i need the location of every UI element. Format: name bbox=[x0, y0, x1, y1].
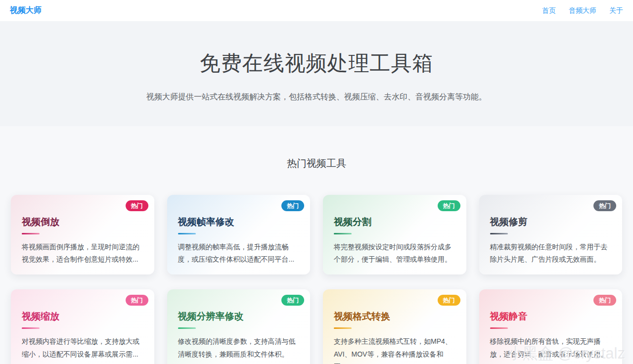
tool-description: 精准裁剪视频的任意时间段，常用于去除片头片尾、广告片段或无效画面。 bbox=[490, 241, 612, 266]
tool-title: 视频分辨率修改 bbox=[178, 310, 300, 323]
hot-badge: 热门 bbox=[593, 295, 616, 306]
hot-badge: 热门 bbox=[438, 200, 460, 211]
tool-title: 视频帧率修改 bbox=[178, 216, 300, 228]
hot-badge: 热门 bbox=[593, 200, 616, 211]
page-subtitle: 视频大师提供一站式在线视频解决方案，包括格式转换、视频压缩、去水印、音视频分离等… bbox=[10, 92, 623, 102]
tool-description: 修改视频的清晰度参数，支持高清与低清晰度转换，兼顾画质和文件体积。 bbox=[178, 335, 300, 360]
title-underline bbox=[490, 327, 508, 329]
tool-title: 视频静音 bbox=[490, 310, 612, 323]
tool-card-video-reverse[interactable]: 热门 视频倒放 将视频画面倒序播放，呈现时间逆流的视觉效果，适合制作创意短片或特… bbox=[11, 195, 154, 274]
hot-badge: 热门 bbox=[281, 200, 304, 211]
hot-badge: 热门 bbox=[126, 200, 148, 211]
hot-badge: 热门 bbox=[281, 295, 304, 306]
title-underline bbox=[22, 233, 40, 234]
tool-card-video-mute[interactable]: 热门 视频静音 移除视频中的所有音轨，实现无声播放，适合剪辑、配音或展示场景使用… bbox=[479, 289, 623, 364]
tool-description: 移除视频中的所有音轨，实现无声播放，适合剪辑、配音或展示场景使用。 bbox=[490, 335, 612, 360]
main-nav: 首页 音频大师 关于 bbox=[542, 6, 623, 15]
tool-title: 视频格式转换 bbox=[334, 310, 455, 323]
tool-description: 调整视频的帧率高低，提升播放流畅度，或压缩文件体积以适配不同平台... bbox=[178, 241, 300, 266]
nav-link-about[interactable]: 关于 bbox=[609, 6, 623, 15]
nav-link-audio-master[interactable]: 音频大师 bbox=[569, 6, 596, 15]
tool-card-video-split[interactable]: 热门 视频分割 将完整视频按设定时间或段落拆分成多个部分，便于编辑、管理或单独使… bbox=[323, 195, 466, 274]
tool-description: 支持多种主流视频格式互转，如MP4、AVI、MOV等，兼容各种播放设备和平... bbox=[334, 335, 455, 364]
tool-title: 视频分割 bbox=[334, 216, 455, 228]
hot-badge: 热门 bbox=[438, 295, 460, 306]
tools-grid: 热门 视频倒放 将视频画面倒序播放，呈现时间逆流的视觉效果，适合制作创意短片或特… bbox=[0, 195, 633, 364]
tool-title: 视频倒放 bbox=[22, 216, 143, 228]
tool-card-frame-rate[interactable]: 热门 视频帧率修改 调整视频的帧率高低，提升播放流畅度，或压缩文件体积以适配不同… bbox=[167, 195, 311, 274]
title-underline bbox=[178, 233, 196, 234]
tool-card-resolution-change[interactable]: 热门 视频分辨率修改 修改视频的清晰度参数，支持高清与低清晰度转换，兼顾画质和文… bbox=[167, 289, 311, 364]
tool-title: 视频缩放 bbox=[22, 310, 143, 323]
tool-description: 将视频画面倒序播放，呈现时间逆流的视觉效果，适合制作创意短片或特效... bbox=[22, 241, 143, 266]
title-underline bbox=[490, 233, 508, 234]
tool-card-format-convert[interactable]: 热门 视频格式转换 支持多种主流视频格式互转，如MP4、AVI、MOV等，兼容各… bbox=[323, 289, 466, 364]
title-underline bbox=[334, 327, 352, 329]
title-underline bbox=[22, 327, 40, 329]
header: 视频大师 首页 音频大师 关于 bbox=[0, 0, 633, 22]
page-title: 免费在线视频处理工具箱 bbox=[10, 49, 623, 77]
hero-section: 免费在线视频处理工具箱 视频大师提供一站式在线视频解决方案，包括格式转换、视频压… bbox=[0, 22, 633, 126]
hot-badge: 热门 bbox=[126, 295, 148, 306]
tool-description: 将完整视频按设定时间或段落拆分成多个部分，便于编辑、管理或单独使用。 bbox=[334, 241, 455, 266]
tool-description: 对视频内容进行等比缩放，支持放大或缩小，以适配不同设备屏幕或展示需... bbox=[22, 335, 143, 360]
tool-card-video-scale[interactable]: 热门 视频缩放 对视频内容进行等比缩放，支持放大或缩小，以适配不同设备屏幕或展示… bbox=[11, 289, 154, 364]
title-underline bbox=[334, 233, 352, 234]
tool-card-video-trim[interactable]: 热门 视频修剪 精准裁剪视频的任意时间段，常用于去除片头片尾、广告片段或无效画面… bbox=[479, 195, 623, 274]
tools-section-title: 热门视频工具 bbox=[0, 157, 633, 170]
nav-link-home[interactable]: 首页 bbox=[542, 6, 556, 15]
site-logo[interactable]: 视频大师 bbox=[10, 5, 42, 16]
tool-title: 视频修剪 bbox=[490, 216, 612, 228]
title-underline bbox=[178, 327, 196, 329]
